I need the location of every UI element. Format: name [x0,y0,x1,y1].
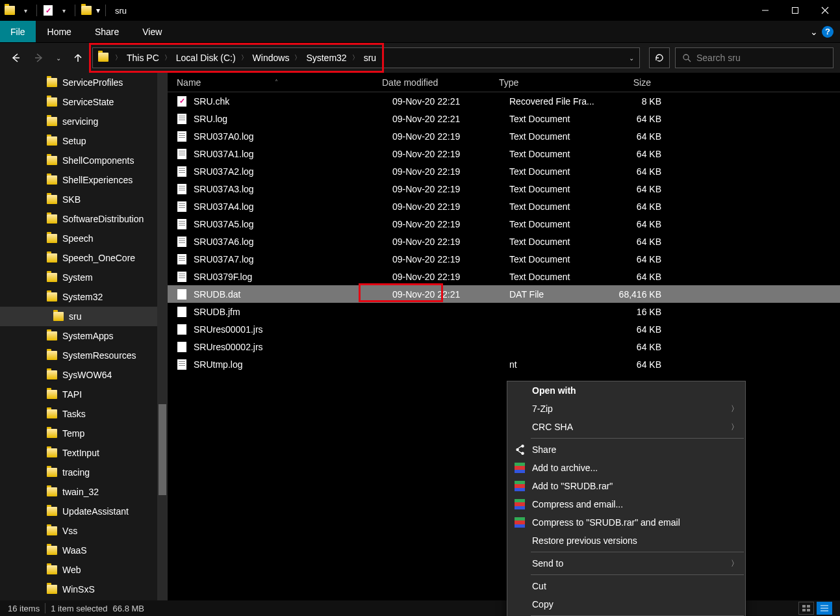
minimize-button[interactable] [750,0,780,21]
folder-tree[interactable]: ServiceProfilesServiceStateservicingSetu… [0,73,168,600]
tree-item[interactable]: WinSxS [0,580,168,599]
breadcrumb-item[interactable]: sru [361,53,379,63]
tree-item-label: TextInput [62,448,99,458]
view-thumbnails-button[interactable] [798,602,814,615]
address-dropdown-icon[interactable]: ⌄ [629,55,634,62]
tree-item[interactable]: TextInput [0,443,168,463]
properties-icon[interactable]: ✓ [42,5,54,16]
file-row[interactable]: SRUDB.jfm16 KB [168,303,840,320]
file-row[interactable]: SRU037A7.log09-Nov-20 22:19Text Document… [168,250,840,268]
qat-dropdown-icon[interactable]: ▾ [19,5,31,16]
tree-item[interactable]: SKB [0,190,168,209]
file-row[interactable]: SRU.log09-Nov-20 22:21Text Document64 KB [168,110,840,127]
context-menu-item[interactable]: CRC SHA〉 [507,418,745,436]
file-row[interactable]: ✓SRU.chk09-Nov-20 22:21Recovered File Fr… [168,92,840,110]
breadcrumb-item[interactable]: Windows [250,53,292,63]
file-row[interactable]: SRUtmp.lognt64 KB [168,355,840,373]
ribbon-tab-view[interactable]: View [131,21,173,42]
tree-item[interactable]: Vss [0,521,168,541]
file-name: SRU037A3.log [194,184,392,194]
ribbon-tab-share[interactable]: Share [83,21,131,42]
file-row[interactable]: SRU037A4.log09-Nov-20 22:19Text Document… [168,198,840,215]
tree-item[interactable]: Tasks [0,404,168,424]
tree-item[interactable]: SystemResources [0,346,168,365]
view-details-button[interactable] [817,602,832,615]
file-row[interactable]: SRU0379F.log09-Nov-20 22:19Text Document… [168,268,840,285]
column-header-name[interactable]: Name˄ [177,77,382,88]
breadcrumb-item[interactable]: This PC [124,53,162,63]
scrollbar[interactable] [157,73,168,600]
file-type: Text Document [509,272,605,282]
context-menu-item[interactable]: Add to "SRUDB.rar" [507,477,745,495]
chevron-right-icon[interactable]: 〉 [162,53,173,62]
forward-button[interactable] [30,48,48,68]
tree-item[interactable]: ServiceState [0,92,168,112]
context-menu-item[interactable]: Send to〉 [507,554,745,572]
address-bar[interactable]: 〉 This PC 〉 Local Disk (C:) 〉 Windows 〉 … [92,47,640,68]
tree-item[interactable]: Setup [0,131,168,151]
breadcrumb-item[interactable]: System32 [303,53,349,63]
chevron-right-icon[interactable]: 〉 [238,53,250,62]
ribbon-expand-icon[interactable]: ⌄ [810,27,818,37]
refresh-button[interactable] [649,47,670,68]
tree-item[interactable]: ServiceProfiles [0,73,168,92]
tree-item[interactable]: servicing [0,112,168,131]
context-menu-item[interactable]: Add to archive... [507,459,745,477]
search-input[interactable]: Search sru [675,47,834,68]
context-menu-item[interactable]: Compress and email... [507,495,745,513]
context-menu-item[interactable]: Open with [507,381,745,400]
chevron-right-icon[interactable]: 〉 [112,53,124,62]
tree-item[interactable]: SystemApps [0,326,168,346]
ribbon-file-tab[interactable]: File [0,21,36,42]
context-menu-item[interactable]: 7-Zip〉 [507,400,745,418]
qat-dropdown-icon[interactable]: ▾ [58,5,70,16]
file-row[interactable]: SRUres00002.jrs64 KB [168,338,840,355]
context-menu-item[interactable]: Share [507,441,745,459]
file-row[interactable]: SRU037A5.log09-Nov-20 22:19Text Document… [168,215,840,233]
context-menu-item[interactable]: Restore previous versions [507,532,745,550]
file-row[interactable]: SRU037A3.log09-Nov-20 22:19Text Document… [168,180,840,198]
tree-item[interactable]: ShellComponents [0,151,168,170]
file-row[interactable]: SRUDB.dat09-Nov-20 22:21DAT File68,416 K… [168,285,840,303]
column-header-date[interactable]: Date modified [382,77,499,88]
recent-locations-button[interactable]: ⌄ [53,48,64,68]
tree-item[interactable]: Speech_OneCore [0,248,168,268]
tree-item[interactable]: tracing [0,463,168,482]
tree-item[interactable]: System [0,268,168,287]
file-list[interactable]: Name˄ Date modified Type Size ✓SRU.chk09… [168,73,840,600]
chevron-right-icon[interactable]: 〉 [350,53,361,62]
tree-item[interactable]: twain_32 [0,482,168,502]
qat-overflow-icon[interactable]: ▾ [96,6,100,15]
column-header-size[interactable]: Size [595,77,657,88]
text-document-icon [177,219,186,229]
breadcrumb-item[interactable]: Local Disk (C:) [173,53,238,63]
file-row[interactable]: SRU037A1.log09-Nov-20 22:19Text Document… [168,145,840,162]
close-button[interactable] [810,0,840,21]
tree-item[interactable]: WaaS [0,541,168,560]
chevron-right-icon[interactable]: 〉 [292,53,303,62]
tree-item[interactable]: System32 [0,287,168,307]
file-row[interactable]: SRUres00001.jrs64 KB [168,320,840,338]
tree-item[interactable]: SoftwareDistribution [0,209,168,229]
tree-item[interactable]: TAPI [0,385,168,404]
context-menu-item[interactable]: Copy [507,595,745,613]
tree-item[interactable]: Web [0,560,168,580]
tree-item[interactable]: Temp [0,424,168,443]
tree-item[interactable]: UpdateAssistant [0,502,168,521]
up-button[interactable] [69,48,87,68]
scrollbar-thumb[interactable] [159,404,166,495]
tree-item[interactable]: SysWOW64 [0,365,168,385]
tree-item[interactable]: ShellExperiences [0,170,168,190]
context-menu-item[interactable]: Compress to "SRUDB.rar" and email [507,513,745,532]
file-row[interactable]: SRU037A6.log09-Nov-20 22:19Text Document… [168,233,840,250]
tree-item[interactable]: Speech [0,229,168,248]
file-row[interactable]: SRU037A0.log09-Nov-20 22:19Text Document… [168,127,840,145]
context-menu-item[interactable]: Cut [507,577,745,595]
help-icon[interactable]: ? [822,26,834,38]
back-button[interactable] [6,48,25,68]
maximize-button[interactable] [780,0,810,21]
ribbon-tab-home[interactable]: Home [36,21,83,42]
column-header-type[interactable]: Type [499,77,595,88]
file-row[interactable]: SRU037A2.log09-Nov-20 22:19Text Document… [168,162,840,180]
tree-item[interactable]: sru [0,307,168,326]
